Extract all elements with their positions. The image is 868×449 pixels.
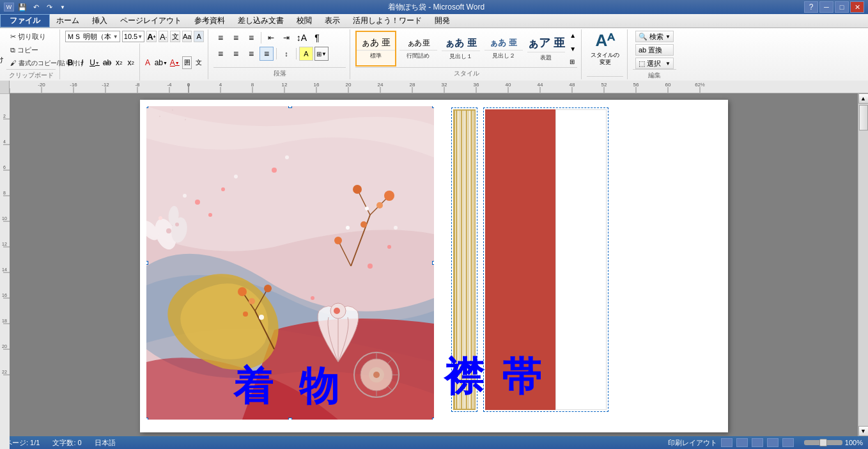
styles-up-btn[interactable]: ▲ [570, 32, 576, 39]
show-marks-btn[interactable]: ¶ [310, 31, 324, 45]
main-area: 2 4 6 8 10 12 14 16 18 20 22 [0, 93, 868, 436]
full-read-btn[interactable] [736, 438, 748, 447]
style-title[interactable]: ぁア 亜 表題 [526, 31, 567, 67]
font-name-dropdown[interactable]: ＭＳ 明朝（本 ▼ [65, 31, 120, 42]
undo-quick-btn[interactable]: ↶ [30, 2, 42, 12]
superscript-btn[interactable]: x2 [126, 56, 136, 69]
handle-bl[interactable] [146, 418, 148, 420]
align-left-btn[interactable]: ≡ [213, 47, 228, 61]
font-increase-btn[interactable]: A+ [146, 31, 157, 42]
view-controls: 印刷レイアウト 100% [668, 438, 863, 448]
svg-point-88 [346, 226, 350, 230]
menu-references[interactable]: 参考資料 [188, 14, 231, 28]
handle-ml[interactable] [146, 261, 148, 265]
menu-file[interactable]: ファイル [0, 14, 50, 28]
style-h1[interactable]: ぁあ 亜 見出し１ [440, 31, 481, 67]
search-btn[interactable]: 🔍 検索 ▼ [635, 31, 674, 42]
svg-text:12: 12 [2, 242, 7, 246]
scroll-up-btn[interactable]: ▲ [858, 93, 869, 104]
numbered-list-btn[interactable]: ≡ [229, 31, 243, 45]
char-emphasis-btn[interactable]: 文 [194, 56, 204, 69]
handle-tc[interactable] [288, 106, 292, 108]
save-quick-btn[interactable]: 💾 [17, 2, 28, 12]
bullets-btn[interactable]: ≡ [213, 31, 228, 45]
svg-point-92 [238, 287, 247, 296]
font-color-btn[interactable]: A ▼ [169, 56, 180, 69]
menu-insert[interactable]: 挿入 [86, 14, 114, 28]
font-sep1 [139, 43, 140, 82]
style-h2[interactable]: ぁあ 亜 見出し２ [483, 31, 524, 67]
svg-text:8: 8 [3, 191, 6, 195]
customize-quick-btn[interactable]: ▼ [57, 2, 68, 12]
text-effect-btn[interactable]: A [143, 56, 153, 69]
italic-btn[interactable]: I [77, 56, 88, 69]
handle-bc[interactable] [288, 418, 292, 420]
subscript-btn[interactable]: x2 [114, 56, 124, 69]
handle-mr[interactable] [432, 261, 434, 265]
minimize-btn[interactable]: ─ [819, 1, 833, 13]
close-btn[interactable]: ✕ [850, 1, 864, 13]
char-outline-btn[interactable]: 囲 [182, 56, 192, 69]
font-extra-btn[interactable]: A [194, 31, 204, 42]
justify-btn[interactable]: ≡ [260, 47, 274, 61]
clear-format-btn[interactable]: Aa [182, 31, 192, 42]
style-narrow[interactable]: ぁあ 亜 行間詰め [398, 31, 439, 67]
zoom-level: 100% [845, 439, 863, 446]
menu-mailings[interactable]: 差し込み文書 [231, 14, 290, 28]
replace-icon: ab [639, 46, 646, 54]
handle-tr[interactable] [432, 106, 434, 108]
kimono-image[interactable]: 着 物 [146, 106, 434, 420]
menu-word-tips[interactable]: 活用しよう！ワード [346, 14, 428, 28]
underline-btn[interactable]: U ▼ [89, 56, 100, 69]
align-right-btn[interactable]: ≡ [244, 47, 258, 61]
svg-text:-12: -12 [102, 82, 109, 88]
redo-quick-btn[interactable]: ↷ [43, 2, 55, 12]
font-decrease-btn[interactable]: A- [159, 31, 169, 42]
style-change-btn[interactable]: Aᴬ スタイルの変更 [587, 31, 623, 66]
menu-view[interactable]: 表示 [318, 14, 346, 28]
obi-col-container: 帯 [485, 109, 607, 410]
menu-developer[interactable]: 開発 [428, 14, 456, 28]
menu-home[interactable]: ホーム [50, 14, 86, 28]
clipboard-group: 📋 貼り付け ✂ 切り取り ⧉ コピー 🖌 書式のコピー/貼り付け クリップボー… [3, 29, 60, 79]
line-spacing-btn[interactable]: ↕ [279, 47, 293, 61]
select-btn[interactable]: ⬚ 選択 ▼ [635, 58, 674, 69]
styles-down-btn[interactable]: ▼ [570, 45, 576, 52]
paste-btn[interactable]: 📋 貼り付け [0, 32, 5, 68]
strikethrough-btn[interactable]: ab [102, 56, 112, 69]
style-normal[interactable]: ぁあ 亜 標準 [355, 31, 396, 67]
align-center-btn[interactable]: ≡ [229, 47, 243, 61]
replace-btn[interactable]: ab 置換 [635, 44, 674, 56]
decrease-indent-btn[interactable]: ⇤ [264, 31, 278, 45]
svg-point-93 [264, 285, 272, 292]
outline-btn[interactable] [767, 438, 779, 447]
handle-tl[interactable] [146, 106, 148, 108]
web-layout-btn[interactable] [752, 438, 763, 447]
scroll-down-btn[interactable]: ▼ [858, 426, 869, 436]
handle-br[interactable] [432, 418, 434, 420]
scroll-thumb[interactable] [859, 105, 868, 130]
help-btn[interactable]: ? [804, 1, 818, 13]
phonetic-btn[interactable]: 文 [170, 31, 180, 42]
draft-btn[interactable] [782, 438, 794, 447]
svg-point-111 [272, 168, 277, 173]
increase-indent-btn[interactable]: ⇥ [279, 31, 293, 45]
border-btn[interactable]: ⊞ ▼ [314, 47, 329, 61]
maximize-btn[interactable]: □ [835, 1, 849, 13]
styles-group: ぁあ 亜 標準 ぁあ 亜 行間詰め ぁあ 亜 見出し１ ぁあ 亜 見出し２ ぁア… [352, 29, 582, 79]
sort-btn[interactable]: ↕A [295, 31, 309, 45]
styles-expand-btn[interactable]: ⊞ [570, 58, 576, 65]
zoom-slider[interactable] [804, 440, 842, 445]
svg-point-94 [249, 298, 255, 304]
bold-btn[interactable]: B [65, 56, 75, 69]
multilevel-list-btn[interactable]: ≡ [244, 31, 258, 45]
text-highlight-btn[interactable]: ab▼ [155, 56, 167, 69]
font-size-dropdown[interactable]: 10.5 ▼ [122, 31, 144, 42]
print-view-btn[interactable] [721, 438, 732, 447]
style-narrow-preview: ぁあ 亜 [407, 38, 430, 49]
menu-review[interactable]: 校閲 [290, 14, 318, 28]
shading-btn[interactable]: A [299, 47, 313, 61]
scroll-track[interactable] [858, 104, 869, 426]
menu-page-layout[interactable]: ページレイアウト [114, 14, 188, 28]
zoom-thumb[interactable] [819, 439, 827, 446]
